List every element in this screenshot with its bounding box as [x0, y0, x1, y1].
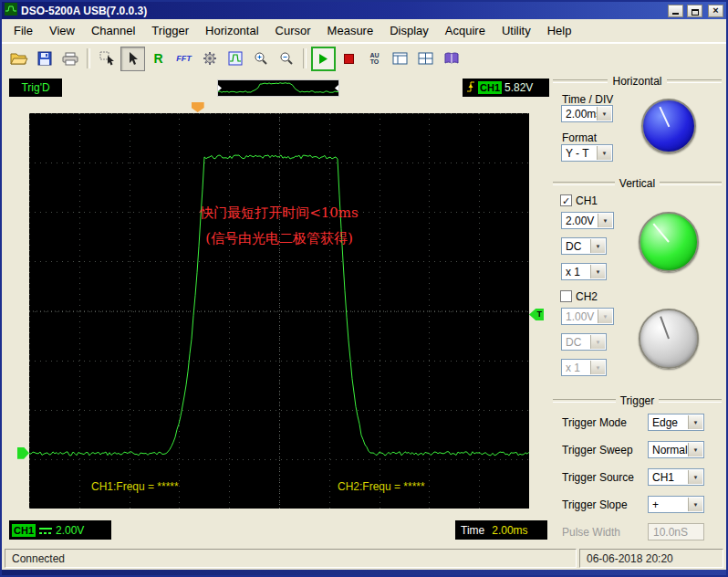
format-select[interactable]: Y - T ▼: [561, 144, 613, 162]
ch1-probe-select[interactable]: x 1 ▼: [561, 263, 607, 280]
trigger-level-value: 5.82V: [504, 81, 533, 94]
close-button[interactable]: ×: [708, 5, 723, 17]
dropdown-arrow-icon: ▼: [598, 214, 612, 227]
time-label: Time: [461, 524, 484, 537]
ch1-vertical-knob[interactable]: [639, 212, 699, 272]
cursor-select-button[interactable]: [95, 47, 120, 71]
menu-view[interactable]: View: [41, 21, 83, 40]
toolbar-separator: [303, 48, 307, 68]
knob-pointer: [632, 302, 704, 374]
help-book-button[interactable]: [439, 47, 463, 71]
trigger-status: Trig'D: [9, 79, 62, 97]
ch2-vertical-knob[interactable]: [639, 309, 699, 369]
ch1-coupling-select[interactable]: DC ▼: [561, 237, 607, 255]
fft-button[interactable]: FFT: [172, 47, 196, 71]
group-vertical: Vertical: [553, 177, 722, 190]
r-icon: R: [153, 51, 162, 66]
minimize-icon: [672, 13, 679, 15]
menu-horizontal[interactable]: Horizontal: [197, 21, 267, 40]
horizontal-knob[interactable]: [641, 99, 696, 153]
ch1-checkbox-label: CH1: [576, 194, 598, 207]
dropdown-arrow-icon: ▼: [590, 239, 605, 253]
menu-display[interactable]: Display: [381, 21, 437, 40]
ch2-volts-select[interactable]: 1.00V ▼: [561, 308, 614, 325]
trigger-source-label: Trigger Source: [562, 471, 634, 484]
app-icon: [5, 3, 17, 19]
minimize-button[interactable]: [668, 5, 683, 17]
zoom-out-icon: [279, 51, 294, 66]
stop-button[interactable]: [337, 47, 361, 71]
menu-trigger[interactable]: Trigger: [143, 21, 197, 40]
knob-pointer: [629, 202, 708, 281]
window-split-icon: [392, 52, 408, 65]
wave-chart-icon: [228, 51, 243, 66]
toolbar-separator: [87, 48, 90, 68]
refresh-button[interactable]: R: [146, 47, 171, 71]
zoom-out-button[interactable]: [274, 47, 298, 71]
ch2-probe-select[interactable]: x 1 ▼: [561, 359, 607, 376]
trigger-status-text: Trig'D: [21, 81, 49, 94]
window-grid-button[interactable]: [413, 47, 438, 71]
dropdown-arrow-icon: ▼: [688, 415, 702, 429]
toolbar: RFFTAUTO: [2, 42, 726, 74]
timebase-select[interactable]: 2.00ms ▼: [561, 105, 613, 122]
maximize-button[interactable]: [687, 5, 702, 17]
buffer-preview[interactable]: [217, 79, 339, 97]
gear-icon: [203, 51, 217, 66]
settings-button[interactable]: [197, 47, 222, 71]
group-horizontal: Horizontal: [553, 75, 722, 88]
folder-icon: [10, 52, 28, 66]
format-label: Format: [562, 131, 597, 144]
ch1-scale-readout: CH1 2.00V: [9, 520, 111, 540]
menu-file[interactable]: File: [5, 21, 41, 40]
dropdown-arrow-icon: ▼: [688, 443, 702, 456]
annotation-line1: 快门最短打开时间<10ms: [29, 205, 529, 222]
autoset-button[interactable]: AUTO: [362, 47, 387, 71]
ch1-level-marker[interactable]: [17, 447, 29, 459]
dropdown-arrow-icon: ▼: [597, 107, 611, 121]
ch2-checkbox-label: CH2: [576, 290, 598, 303]
display-mode-button[interactable]: [223, 47, 247, 71]
ch2-coupling-select[interactable]: DC ▼: [561, 333, 607, 351]
trigger-source-select[interactable]: CH1 ▼: [648, 468, 704, 486]
menu-channel[interactable]: Channel: [83, 21, 143, 40]
trigger-sweep-select[interactable]: Normal ▼: [648, 441, 704, 458]
trigger-position-marker[interactable]: [192, 102, 204, 112]
timebase-readout: Time 2.00ms: [455, 520, 547, 540]
window-split-button[interactable]: [388, 47, 412, 71]
ch1-volts-select[interactable]: 2.00V ▼: [561, 212, 614, 229]
ch2-enable-checkbox[interactable]: [560, 290, 572, 302]
save-button[interactable]: [32, 47, 57, 71]
stop-icon: [344, 54, 354, 64]
dc-coupling-icon: [39, 527, 52, 534]
pulse-width-field: 10.0nS: [648, 523, 704, 540]
group-trigger: Trigger: [553, 394, 722, 407]
open-button[interactable]: [6, 47, 31, 71]
book-icon: [444, 52, 459, 65]
ch1-scale-value: 2.00V: [56, 524, 84, 537]
trigger-slope-select[interactable]: + ▼: [648, 496, 704, 513]
pointer-button[interactable]: [120, 47, 145, 71]
zoom-in-button[interactable]: [248, 47, 273, 71]
ch1-frequency-readout: CH1:Frequ = *****: [91, 480, 179, 493]
scope-display[interactable]: 快门最短打开时间<10ms (信号由光电二极管获得) CH1:Frequ = *…: [29, 113, 529, 509]
menu-utility[interactable]: Utility: [494, 21, 539, 40]
print-button[interactable]: [57, 47, 82, 71]
menu-help[interactable]: Help: [539, 21, 580, 40]
menu-measure[interactable]: Measure: [319, 21, 382, 40]
menu-bar: FileViewChannelTriggerHorizontalCursorMe…: [2, 19, 726, 42]
run-button[interactable]: [311, 47, 336, 71]
ch1-badge: CH1: [12, 524, 36, 537]
title-bar: DSO-5200A USB(7.0.0.3) ×: [2, 2, 726, 19]
auto-icon: AUTO: [369, 52, 379, 65]
ch2-frequency-readout: CH2:Frequ = *****: [338, 480, 425, 493]
floppy-icon: [37, 51, 52, 66]
trigger-level-marker[interactable]: T: [529, 309, 544, 320]
trigger-mode-select[interactable]: Edge ▼: [648, 414, 704, 431]
dropdown-arrow-icon: ▼: [590, 361, 605, 374]
menu-acquire[interactable]: Acquire: [437, 21, 494, 40]
dropdown-arrow-icon: ▼: [688, 470, 702, 484]
menu-cursor[interactable]: Cursor: [267, 21, 319, 40]
channel-badge: CH1: [478, 81, 502, 94]
ch1-enable-checkbox[interactable]: ✓: [560, 194, 572, 206]
